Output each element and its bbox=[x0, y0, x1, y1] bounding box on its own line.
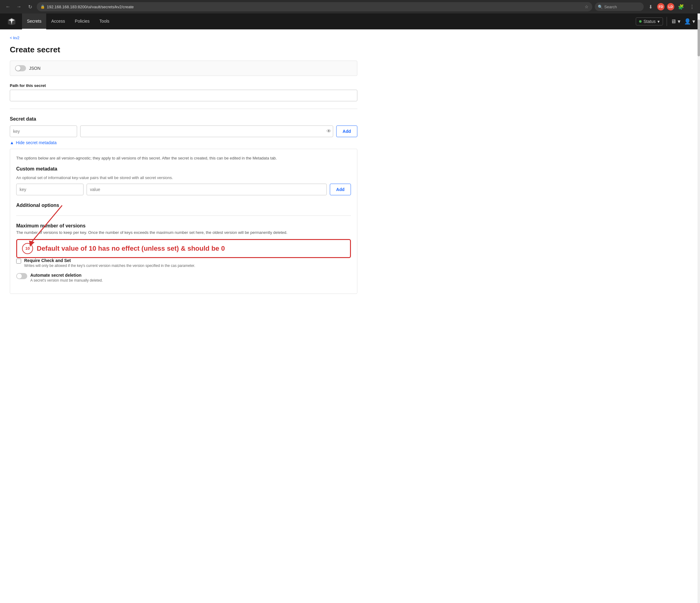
nav-policies[interactable]: Policies bbox=[70, 14, 95, 29]
metadata-section: The options below are all version-agnost… bbox=[10, 149, 357, 294]
status-chevron: ▾ bbox=[657, 19, 659, 24]
metadata-info: The options below are all version-agnost… bbox=[16, 155, 351, 161]
automate-deletion-toggle[interactable] bbox=[16, 273, 27, 279]
url-text: 192.168.168.183:8200/ui/vault/secrets/kv… bbox=[47, 5, 583, 9]
secret-key-input[interactable] bbox=[10, 125, 77, 137]
custom-metadata-desc: An optional set of informational key-val… bbox=[16, 175, 351, 180]
automate-deletion-content: Automate secret deletion A secret's vers… bbox=[30, 273, 103, 283]
require-cas-desc: Writes will only be allowed if the key's… bbox=[24, 264, 195, 268]
search-placeholder: Search bbox=[604, 5, 617, 9]
eye-slash-icon: 👁 bbox=[326, 128, 331, 134]
secret-key-field bbox=[10, 125, 77, 137]
custom-value-input[interactable] bbox=[86, 184, 327, 195]
hide-metadata-label: Hide secret metadata bbox=[16, 140, 57, 145]
json-toggle-label: JSON bbox=[29, 66, 41, 71]
annotation-circle-value: 10 bbox=[22, 243, 33, 254]
status-dot bbox=[639, 20, 642, 23]
version-annotation-container: 10 Default value of 10 has no effect (un… bbox=[16, 239, 351, 258]
status-label: Status bbox=[643, 19, 656, 24]
custom-metadata-kv-row: Add bbox=[16, 184, 351, 195]
path-section: Path for this secret bbox=[10, 83, 357, 101]
max-versions-desc: The number of versions to keep per key. … bbox=[16, 230, 351, 235]
require-cas-content: Require Check and Set Writes will only b… bbox=[24, 258, 195, 268]
search-icon: 🔍 bbox=[598, 5, 603, 9]
nav-access[interactable]: Access bbox=[46, 14, 70, 29]
json-toggle-row: JSON bbox=[10, 61, 357, 76]
nav-secrets[interactable]: Secrets bbox=[22, 14, 46, 29]
refresh-button[interactable]: ↻ bbox=[26, 2, 34, 11]
avatar-2[interactable]: LD bbox=[667, 3, 674, 10]
path-input[interactable] bbox=[10, 90, 357, 101]
address-bar[interactable]: 🔒 192.168.168.183:8200/ui/vault/secrets/… bbox=[37, 2, 592, 11]
custom-key-field bbox=[16, 184, 83, 195]
require-cas-checkbox[interactable] bbox=[16, 259, 21, 264]
additional-options-section: Additional options Maximum number of ver… bbox=[16, 202, 351, 283]
page-title: Create secret bbox=[10, 45, 357, 54]
automate-toggle-knob bbox=[17, 274, 22, 279]
app-nav: Secrets Access Policies Tools Status ▾ 🖥… bbox=[0, 14, 700, 29]
custom-metadata-section: Custom metadata An optional set of infor… bbox=[16, 166, 351, 195]
nav-tools[interactable]: Tools bbox=[95, 14, 115, 29]
secret-value-input[interactable] bbox=[80, 125, 333, 137]
secret-value-field: 👁 bbox=[80, 125, 333, 137]
additional-options-title: Additional options bbox=[16, 202, 351, 208]
scrollbar-thumb[interactable] bbox=[698, 20, 700, 56]
back-button[interactable]: ← bbox=[4, 2, 12, 11]
vault-logo bbox=[5, 15, 18, 28]
secret-data-kv-row: 👁 Add bbox=[10, 125, 357, 137]
scrollbar-track bbox=[698, 14, 700, 300]
status-button[interactable]: Status ▾ bbox=[636, 18, 663, 25]
download-button[interactable]: ⬇ bbox=[646, 2, 655, 11]
path-label: Path for this secret bbox=[10, 83, 357, 88]
automate-deletion-desc: A secret's version must be manually dele… bbox=[30, 278, 103, 283]
avatar-1[interactable]: FD bbox=[657, 3, 665, 10]
max-versions-title: Maximum number of versions bbox=[16, 223, 351, 228]
toggle-visibility-button[interactable]: 👁 bbox=[326, 128, 331, 134]
require-cas-label: Require Check and Set bbox=[24, 258, 195, 263]
search-bar[interactable]: 🔍 Search bbox=[595, 2, 644, 11]
chevron-up-icon: ▲ bbox=[10, 140, 14, 145]
forward-button[interactable]: → bbox=[15, 2, 23, 11]
custom-value-field bbox=[86, 184, 327, 195]
menu-button[interactable]: ⋮ bbox=[688, 2, 696, 11]
toggle-knob bbox=[16, 66, 21, 71]
custom-metadata-title: Custom metadata bbox=[16, 166, 351, 172]
extensions-button[interactable]: 🧩 bbox=[677, 2, 685, 11]
add-custom-metadata-button[interactable]: Add bbox=[330, 184, 351, 195]
json-toggle[interactable] bbox=[15, 65, 26, 71]
secret-data-title: Secret data bbox=[10, 116, 357, 122]
breadcrumb[interactable]: < kv2 bbox=[10, 35, 357, 40]
divider-1 bbox=[10, 108, 357, 109]
user-button[interactable]: 👤 ▾ bbox=[684, 18, 695, 25]
annotation-box: 10 Default value of 10 has no effect (un… bbox=[16, 239, 351, 258]
automate-deletion-label: Automate secret deletion bbox=[30, 273, 103, 278]
require-cas-row: Require Check and Set Writes will only b… bbox=[16, 258, 351, 268]
main-content: < kv2 Create secret JSON Path for this s… bbox=[0, 29, 367, 300]
hide-metadata-button[interactable]: ▲ Hide secret metadata bbox=[10, 140, 57, 145]
automate-deletion-row: Automate secret deletion A secret's vers… bbox=[16, 273, 351, 283]
custom-key-input[interactable] bbox=[16, 184, 83, 195]
add-secret-button[interactable]: Add bbox=[336, 125, 357, 137]
secret-data-section: Secret data 👁 Add bbox=[10, 116, 357, 137]
display-button[interactable]: 🖥 ▾ bbox=[671, 18, 680, 25]
annotation-text: Default value of 10 has no effect (unles… bbox=[37, 245, 225, 252]
browser-chrome: ← → ↻ 🔒 192.168.168.183:8200/ui/vault/se… bbox=[0, 0, 700, 14]
